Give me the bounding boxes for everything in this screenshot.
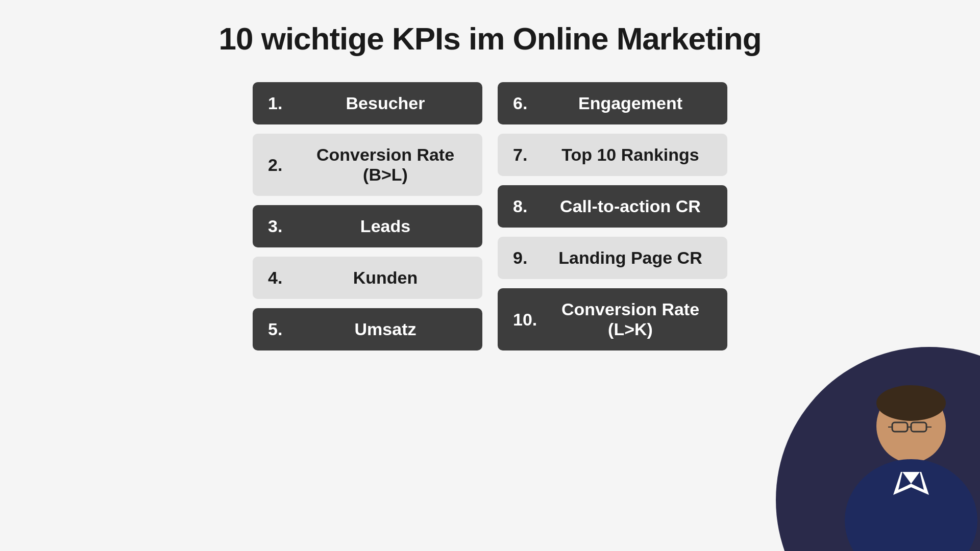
right-kpi-number-1: 6. — [513, 93, 549, 113]
right-kpi-label-3: Call-to-action CR — [549, 196, 712, 216]
presenter-area — [776, 347, 980, 551]
left-kpi-number-3: 3. — [268, 216, 304, 236]
left-kpi-label-3: Leads — [304, 216, 467, 236]
left-kpi-item-5: 5.Umsatz — [253, 308, 482, 350]
page-title: 10 wichtige KPIs im Online Marketing — [0, 0, 980, 72]
svg-point-7 — [876, 385, 946, 421]
right-kpi-item-3: 8.Call-to-action CR — [498, 185, 727, 228]
left-kpi-item-2: 2.Conversion Rate (B>L) — [253, 134, 482, 196]
right-kpi-item-2: 7.Top 10 Rankings — [498, 134, 727, 176]
left-kpi-number-2: 2. — [268, 155, 304, 175]
right-kpi-label-4: Landing Page CR — [549, 248, 712, 268]
right-kpi-label-1: Engagement — [549, 93, 712, 113]
left-kpi-label-2: Conversion Rate (B>L) — [304, 145, 467, 185]
right-kpi-item-1: 6.Engagement — [498, 82, 727, 124]
right-kpi-number-5: 10. — [513, 310, 549, 330]
left-kpi-label-4: Kunden — [304, 268, 467, 288]
left-kpi-number-4: 4. — [268, 268, 304, 288]
right-kpi-item-5: 10.Conversion Rate (L>K) — [498, 288, 727, 350]
right-kpi-label-5: Conversion Rate (L>K) — [549, 299, 712, 339]
right-kpi-number-2: 7. — [513, 145, 549, 165]
right-kpi-item-4: 9.Landing Page CR — [498, 237, 727, 279]
left-kpi-item-3: 3.Leads — [253, 205, 482, 247]
left-kpi-number-1: 1. — [268, 93, 304, 113]
left-kpi-item-1: 1.Besucher — [253, 82, 482, 124]
left-kpi-item-4: 4.Kunden — [253, 257, 482, 299]
right-column: 6.Engagement7.Top 10 Rankings8.Call-to-a… — [498, 82, 727, 350]
left-column: 1.Besucher2.Conversion Rate (B>L)3.Leads… — [253, 82, 482, 350]
left-kpi-label-5: Umsatz — [304, 319, 467, 339]
left-kpi-number-5: 5. — [268, 319, 304, 339]
right-kpi-label-2: Top 10 Rankings — [549, 145, 712, 165]
left-kpi-label-1: Besucher — [304, 93, 467, 113]
right-kpi-number-4: 9. — [513, 248, 549, 268]
content-area: 1.Besucher2.Conversion Rate (B>L)3.Leads… — [0, 82, 980, 350]
right-kpi-number-3: 8. — [513, 196, 549, 216]
